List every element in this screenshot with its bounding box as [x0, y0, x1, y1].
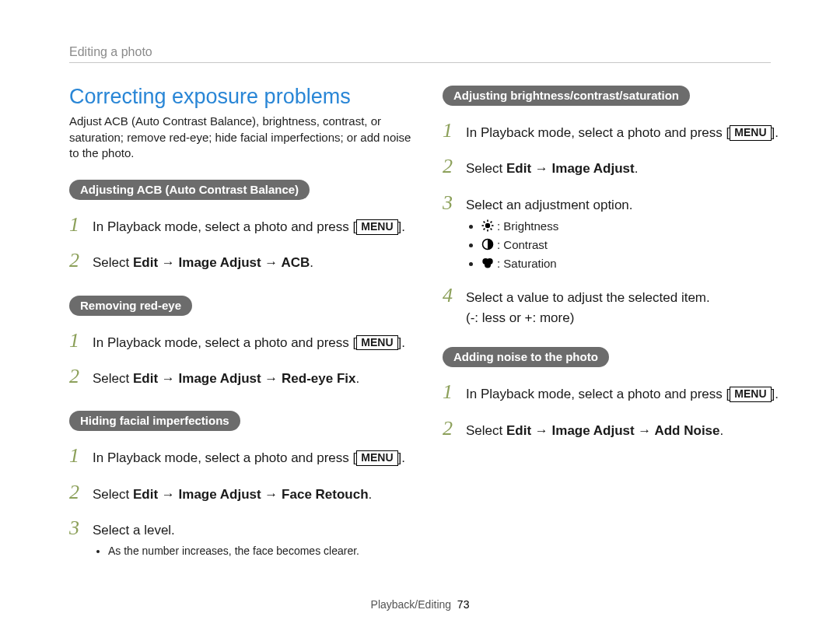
svg-line-8: [484, 229, 485, 230]
section-title: Correcting exposure problems: [69, 84, 411, 109]
pill-acb: Adjusting ACB (Auto Contrast Balance): [69, 180, 310, 200]
text: Select a level.: [93, 523, 175, 538]
option-contrast: : Contrast: [481, 237, 785, 254]
option-label: : Brightness: [497, 219, 558, 233]
page-footer: Playback/Editing 73: [0, 598, 840, 611]
list-item: 1 In Playback mode, select a photo and p…: [69, 209, 411, 240]
menu-button-label: MENU: [356, 335, 397, 351]
contrast-icon: [481, 238, 494, 254]
text: .: [356, 371, 360, 386]
sub-list: As the number increases, the face become…: [93, 544, 411, 559]
step-number: 2: [69, 477, 93, 508]
bold-path: Edit → Image Adjust → ACB: [133, 255, 310, 270]
list-item: 2 Select Edit → Image Adjust → ACB.: [69, 245, 411, 276]
step-text: In Playback mode, select a photo and pre…: [93, 333, 411, 353]
list-item: 2 Select Edit → Image Adjust → Face Reto…: [69, 477, 411, 508]
breadcrumb: Editing a photo: [69, 45, 152, 59]
header-rule: [69, 62, 771, 63]
list-item: 2 Select Edit → Image Adjust.: [443, 151, 785, 182]
text: ].: [398, 450, 405, 465]
steps-acb: 1 In Playback mode, select a photo and p…: [69, 209, 411, 277]
steps-adjust: 1 In Playback mode, select a photo and p…: [443, 115, 785, 328]
pill-redeye: Removing red-eye: [69, 296, 192, 316]
step-number: 3: [69, 513, 93, 544]
text: In Playback mode, select a photo and pre…: [466, 387, 730, 401]
text: .: [369, 487, 373, 502]
step-text: In Playback mode, select a photo and pre…: [93, 448, 411, 468]
text: Select: [466, 423, 506, 438]
text: In Playback mode, select a photo and pre…: [466, 125, 730, 140]
note-text: As the number increases, the face become…: [108, 544, 411, 559]
step-text: Select Edit → Image Adjust → Red-eye Fix…: [93, 369, 411, 389]
step-number: 1: [69, 209, 93, 240]
text: ].: [772, 125, 779, 140]
menu-button-label: MENU: [730, 387, 771, 402]
list-item: 4 Select a value to adjust the selected …: [443, 280, 785, 329]
text: In Playback mode, select a photo and pre…: [93, 219, 356, 234]
text: Select: [93, 255, 133, 270]
text: .: [635, 161, 639, 176]
steps-hide: 1 In Playback mode, select a photo and p…: [69, 440, 411, 560]
menu-button-label: MENU: [356, 450, 397, 466]
steps-noise: 1 In Playback mode, select a photo and p…: [443, 377, 785, 444]
intro-paragraph: Adjust ACB (Auto Contrast Balance), brig…: [69, 114, 411, 161]
right-column: Adjusting brightness/contrast/saturation…: [443, 84, 785, 461]
page-number: 73: [457, 598, 470, 611]
list-item: 1 In Playback mode, select a photo and p…: [69, 440, 411, 471]
step-text: Select Edit → Image Adjust → Add Noise.: [466, 421, 785, 441]
step-text: Select an adjustment option. : Brightnes…: [466, 195, 785, 275]
step-number: 2: [443, 413, 466, 444]
steps-redeye: 1 In Playback mode, select a photo and p…: [69, 325, 411, 393]
text: Select an adjustment option.: [466, 198, 633, 212]
bold-path: Edit → Image Adjust: [506, 161, 635, 176]
text: ].: [398, 335, 405, 350]
menu-button-label: MENU: [356, 219, 397, 235]
text: Select: [466, 161, 506, 176]
step-number: 2: [69, 245, 93, 276]
option-label: : Contrast: [497, 238, 548, 251]
list-item: 1 In Playback mode, select a photo and p…: [443, 115, 785, 146]
step-number: 1: [443, 377, 466, 408]
text: .: [310, 255, 313, 270]
option-brightness: : Brightness: [481, 219, 785, 236]
step-number: 4: [443, 280, 466, 311]
bold-path: Edit → Image Adjust → Add Noise: [506, 423, 720, 438]
option-saturation: : Saturation: [481, 256, 785, 273]
option-list: : Brightness : Contrast : Saturation: [466, 219, 785, 274]
step-text: Select Edit → Image Adjust.: [466, 159, 785, 179]
list-item: 2 Select Edit → Image Adjust → Add Noise…: [443, 413, 785, 444]
bold-path: Edit → Image Adjust → Face Retouch: [133, 487, 369, 502]
option-label: : Saturation: [497, 257, 557, 270]
list-item: 2 Select Edit → Image Adjust → Red-eye F…: [69, 361, 411, 392]
step-number: 2: [443, 151, 466, 182]
text: .: [720, 423, 724, 438]
step-number: 1: [69, 440, 93, 471]
text: ].: [398, 219, 405, 234]
list-item: 3 Select an adjustment option. : Brightn…: [443, 187, 785, 275]
step-number: 3: [443, 187, 466, 219]
step-text: In Playback mode, select a photo and pre…: [466, 123, 785, 143]
svg-point-0: [485, 223, 490, 228]
brightness-icon: [481, 219, 494, 236]
step-number: 2: [69, 361, 93, 392]
text: Select: [93, 371, 133, 386]
svg-line-5: [484, 222, 485, 223]
step-text: Select a value to adjust the selected it…: [466, 288, 785, 329]
svg-line-6: [491, 229, 492, 230]
svg-line-7: [491, 222, 492, 223]
list-item: 3 Select a level. As the number increase…: [69, 513, 411, 560]
step-text: In Playback mode, select a photo and pre…: [466, 384, 785, 405]
step-text: Select Edit → Image Adjust → Face Retouc…: [93, 485, 411, 505]
text: (-: less or +: more): [466, 310, 574, 325]
step-number: 1: [69, 325, 93, 356]
text: ].: [772, 387, 779, 401]
left-column: Correcting exposure problems Adjust ACB …: [69, 84, 411, 565]
list-item: 1 In Playback mode, select a photo and p…: [443, 377, 785, 408]
svg-point-12: [485, 262, 491, 268]
list-item: 1 In Playback mode, select a photo and p…: [69, 325, 411, 356]
bold-path: Edit → Image Adjust → Red-eye Fix: [133, 371, 356, 386]
step-text: In Playback mode, select a photo and pre…: [93, 217, 411, 237]
step-text: Select a level. As the number increases,…: [93, 520, 411, 560]
pill-adjust: Adjusting brightness/contrast/saturation: [443, 86, 690, 106]
footer-section: Playback/Editing: [371, 598, 452, 611]
